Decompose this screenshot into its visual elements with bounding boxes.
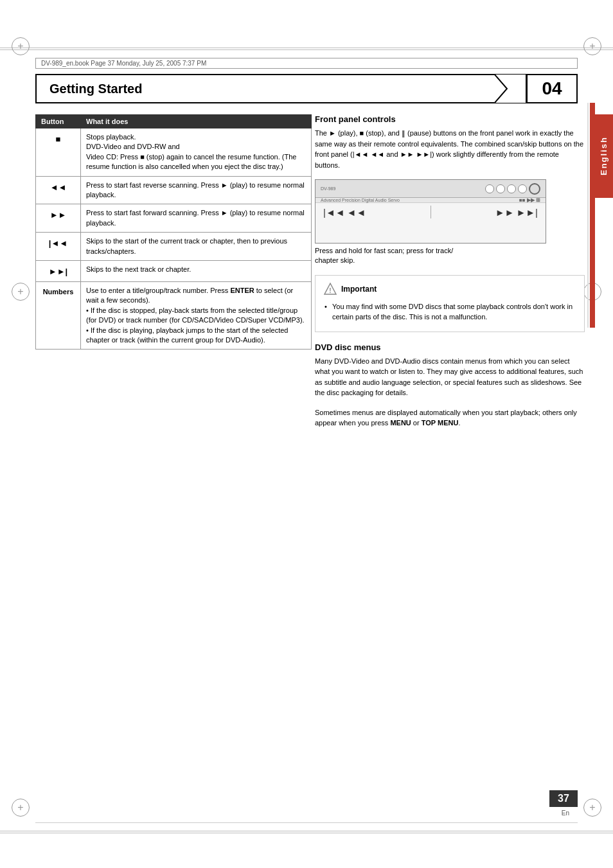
important-item: You may find with some DVD discs that so… [323, 301, 576, 323]
scan-btn-3: ►► [495, 207, 515, 218]
button-symbol-numbers: Numbers [36, 282, 81, 350]
chapter-title: Getting Started [49, 82, 142, 96]
registration-mark-top-left [12, 37, 30, 55]
important-body: You may find with some DVD discs that so… [323, 301, 576, 323]
chapter-number-box: 04 [526, 74, 578, 103]
device-label: DV-989 [321, 186, 335, 191]
table-row: ◄◄ Press to start fast reverse scanning.… [36, 176, 312, 204]
top-decorative-line-1 [0, 48, 613, 48]
bottom-decorative-line-2 [0, 833, 613, 833]
button-symbol-stop: ■ [36, 128, 81, 177]
dvd-menus-body: Many DVD-Video and DVD-Audio discs conta… [315, 356, 585, 398]
button-description-skip-back: Skips to the start of the current track … [81, 233, 312, 261]
registration-mark-bottom-right [583, 799, 601, 817]
device-dial [529, 183, 540, 195]
button-table: Button What it does ■ Stops playback. DV… [35, 114, 312, 350]
bottom-decorative-line-1 [0, 831, 613, 831]
device-scan-buttons-right: ►► ►►| [495, 207, 538, 218]
button-description-forward-scan: Press to start fast forward scanning. Pr… [81, 204, 312, 233]
top-decorative-line-2 [0, 49, 613, 50]
red-sidebar-accent [587, 103, 589, 328]
page-header: Getting Started 04 [35, 74, 578, 103]
bottom-rule [35, 822, 578, 823]
front-panel-body: The ► (play), ■ (stop), and ‖ (pause) bu… [315, 128, 585, 170]
important-box: ! Important You may find with some DVD d… [315, 275, 585, 332]
important-header: ! Important [323, 282, 576, 296]
right-column: Front panel controls The ► (play), ■ (st… [315, 114, 585, 438]
table-row: ►►| Skips to the next track or chapter. [36, 260, 312, 281]
button-symbol-skip-forward: ►►| [36, 260, 81, 281]
dvd-menus-title: DVD disc menus [315, 342, 585, 352]
table-header-button: Button [36, 115, 81, 128]
chapter-number: 04 [542, 78, 562, 99]
device-top-section: DV-989 [315, 180, 546, 198]
dvd-menus-section: DVD disc menus Many DVD-Video and DVD-Au… [315, 342, 585, 429]
button-description-stop: Stops playback. DVD-Video and DVD-RW and… [81, 128, 312, 177]
device-button-1 [485, 184, 494, 193]
skip-back-text: Skips to the start of the current track … [86, 237, 287, 254]
title-connector [494, 74, 526, 103]
important-icon: ! [323, 282, 337, 296]
device-button-3 [507, 184, 516, 193]
table-row: ►► Press to start fast forward scanning.… [36, 204, 312, 233]
dvd-menus-body2: Sometimes menus are displayed automatica… [315, 407, 585, 429]
button-symbol-reverse-scan: ◄◄ [36, 176, 81, 204]
scan-btn-2: ◄◄ [347, 207, 366, 218]
front-panel-section: Front panel controls The ► (play), ■ (st… [315, 114, 585, 266]
front-panel-caption: Press and hold for fast scan; press for … [315, 246, 585, 266]
device-middle-bar: Advanced Precision Digital Audio Servo ■… [315, 198, 546, 203]
registration-mark-top-right [583, 37, 601, 55]
english-sidebar-label: English [594, 114, 613, 198]
device-scan-buttons-left: |◄◄ ◄◄ [323, 207, 366, 218]
button-description-skip-forward: Skips to the next track or chapter. [81, 260, 312, 281]
front-panel-title: Front panel controls [315, 114, 585, 124]
device-bottom-section: |◄◄ ◄◄ ►► ►►| [315, 203, 546, 221]
button-description-reverse-scan: Press to start fast reverse scanning. Pr… [81, 176, 312, 204]
device-button-4 [518, 184, 527, 193]
page-number-box: 37 [549, 790, 578, 807]
registration-mark-bottom-left [12, 799, 30, 817]
svg-marker-0 [494, 74, 526, 103]
button-symbol-skip-back: |◄◄ [36, 233, 81, 261]
chapter-title-box: Getting Started [35, 74, 494, 103]
page-number: 37 [558, 793, 569, 804]
svg-text:!: ! [329, 287, 331, 294]
file-info-bar: DV-989_en.book Page 37 Monday, July 25, … [35, 58, 578, 69]
warning-triangle-icon: ! [323, 282, 337, 296]
scan-btn-1: |◄◄ [323, 207, 345, 218]
file-info-text: DV-989_en.book Page 37 Monday, July 25, … [41, 60, 206, 67]
front-panel-device-image: DV-989 Advanced Precision Digital Audio … [315, 179, 546, 244]
table-row: ■ Stops playback. DVD-Video and DVD-RW a… [36, 128, 312, 177]
button-symbol-forward-scan: ►► [36, 204, 81, 233]
table-header-description: What it does [81, 115, 312, 128]
registration-mark-mid-left [12, 283, 30, 301]
scan-btn-4: ►►| [516, 207, 538, 218]
device-button-2 [496, 184, 505, 193]
table-row: Numbers Use to enter a title/group/track… [36, 282, 312, 350]
important-label: Important [341, 285, 377, 294]
button-description-numbers: Use to enter a title/group/track number.… [81, 282, 312, 350]
table-row: |◄◄ Skips to the start of the current tr… [36, 233, 312, 261]
page-en-label: En [562, 810, 569, 817]
device-divider [431, 206, 431, 218]
